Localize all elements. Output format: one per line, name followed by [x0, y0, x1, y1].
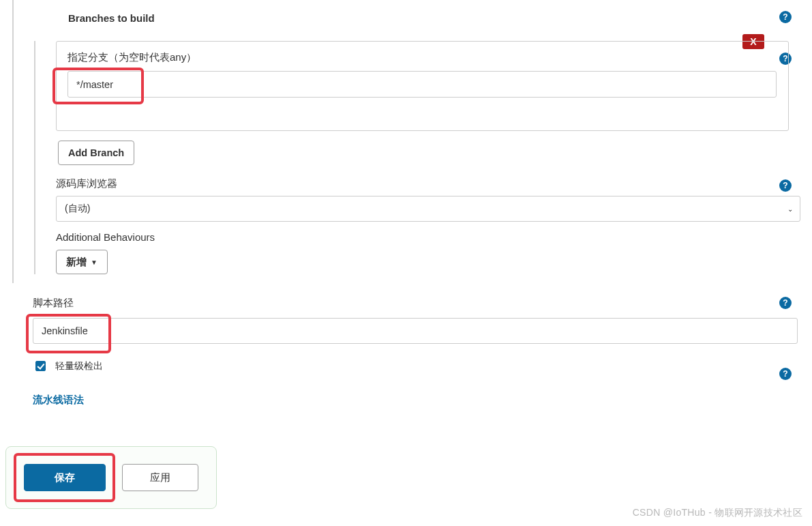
help-icon[interactable]: ? [779, 368, 792, 380]
lightweight-checkout-label: 轻量级检出 [55, 360, 103, 372]
repo-browser-select[interactable]: (自动) ⌄ [56, 196, 800, 222]
help-icon[interactable]: ? [779, 297, 792, 309]
scm-config-panel: Branches to build ? X ? 指定分支（为空时代表any） A… [12, 0, 812, 283]
branch-specifier-input[interactable] [67, 71, 777, 98]
repo-browser-label: 源码库浏览器 [56, 177, 117, 189]
help-icon[interactable]: ? [779, 179, 792, 192]
chevron-down-icon: ▼ [91, 259, 97, 266]
repo-browser-selected: (自动) [65, 203, 90, 215]
branch-specifier-label: 指定分支（为空时代表any） [67, 51, 777, 64]
chevron-down-icon: ⌄ [787, 205, 793, 213]
lightweight-checkout-row: 轻量级检出 ? [33, 359, 812, 373]
repo-browser-row: 源码库浏览器 ? (自动) ⌄ [56, 177, 812, 222]
pipeline-syntax-link[interactable]: 流水线语法 [33, 394, 84, 405]
apply-button[interactable]: 应用 [122, 464, 198, 491]
watermark-text: CSDN @IoTHub - 物联网开源技术社区 [633, 507, 802, 519]
add-branch-button[interactable]: Add Branch [58, 141, 134, 165]
branch-specifier-box: 指定分支（为空时代表any） [56, 41, 789, 131]
add-behaviour-button[interactable]: 新增 ▼ [56, 250, 108, 274]
help-icon[interactable]: ? [779, 11, 792, 23]
script-path-input[interactable] [33, 318, 798, 344]
save-button[interactable]: 保存 [24, 464, 106, 491]
additional-behaviours-row: Additional Behaviours 新增 ▼ [56, 231, 812, 274]
action-bar: 保存 应用 [5, 446, 217, 509]
script-path-section: ? 脚本路径 轻量级检出 ? 流水线语法 [33, 297, 812, 407]
add-behaviour-label: 新增 [66, 256, 87, 269]
branches-inner-panel: ? 指定分支（为空时代表any） Add Branch 源码库浏览器 ? (自动… [34, 41, 812, 274]
additional-behaviours-label: Additional Behaviours [56, 231, 812, 243]
lightweight-checkout-checkbox[interactable] [35, 361, 46, 371]
branches-to-build-title: Branches to build [68, 12, 155, 24]
script-path-label: 脚本路径 [33, 297, 812, 310]
